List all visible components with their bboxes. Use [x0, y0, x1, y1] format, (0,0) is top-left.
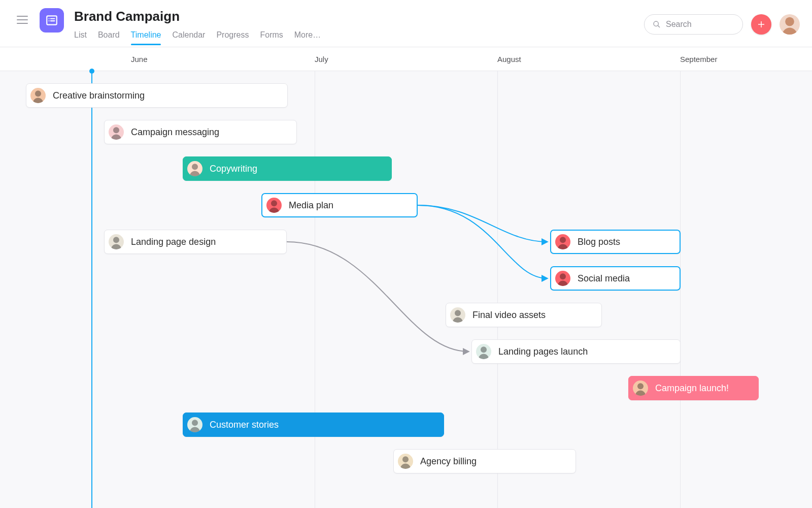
tab-board[interactable]: Board	[98, 30, 120, 45]
svg-point-13	[271, 200, 277, 206]
task-label: Landing page design	[131, 237, 216, 247]
project-tabs: List Board Timeline Calendar Progress Fo…	[74, 30, 321, 45]
task-bar[interactable]: Campaign messaging	[104, 120, 297, 144]
task-label: Customer stories	[210, 420, 279, 430]
assignee-avatar	[450, 307, 465, 323]
search-icon	[653, 20, 661, 28]
svg-point-10	[35, 90, 41, 97]
assignee-avatar	[109, 124, 124, 140]
task-label: Campaign launch!	[655, 383, 729, 394]
tab-calendar[interactable]: Calendar	[172, 30, 205, 45]
today-marker-line	[91, 71, 92, 508]
assignee-avatar	[555, 234, 570, 249]
task-bar[interactable]: Campaign launch!	[628, 376, 759, 400]
svg-point-5	[654, 21, 658, 26]
task-label: Blog posts	[578, 237, 620, 247]
tab-list[interactable]: List	[74, 30, 87, 45]
task-label: Creative brainstorming	[53, 90, 145, 101]
task-label: Agency billing	[420, 456, 477, 467]
list-icon	[45, 14, 58, 27]
task-bar[interactable]: Social media	[550, 266, 681, 291]
task-bar[interactable]: Copywriting	[183, 156, 392, 181]
task-bar[interactable]: Agency billing	[393, 449, 576, 473]
svg-point-18	[481, 346, 487, 353]
svg-point-21	[402, 456, 409, 462]
task-label: Landing pages launch	[498, 346, 588, 357]
search-placeholder: Search	[666, 20, 692, 29]
hamburger-icon	[17, 16, 28, 24]
assignee-avatar	[187, 161, 202, 176]
task-bar[interactable]: Media plan	[261, 193, 418, 217]
svg-point-14	[113, 237, 119, 243]
search-input[interactable]: Search	[644, 14, 743, 35]
month-label-september: September	[680, 55, 717, 64]
task-label: Final video assets	[472, 310, 546, 321]
task-bar[interactable]: Blog posts	[550, 230, 681, 254]
assignee-avatar	[187, 417, 202, 432]
task-bar[interactable]: Landing page design	[104, 230, 287, 254]
grid-line	[680, 71, 681, 508]
project-icon[interactable]	[40, 8, 64, 33]
person-icon	[780, 14, 800, 35]
svg-point-19	[637, 383, 644, 389]
menu-button[interactable]	[12, 10, 32, 30]
task-label: Social media	[578, 273, 630, 284]
task-bar[interactable]: Landing pages launch	[471, 339, 681, 364]
task-bar[interactable]: Final video assets	[446, 303, 602, 327]
grid-line	[315, 71, 315, 508]
month-label-july: July	[315, 55, 328, 64]
add-button[interactable]	[751, 14, 771, 35]
grid-line	[497, 71, 498, 508]
assignee-avatar	[109, 234, 124, 249]
task-bar[interactable]: Creative brainstorming	[26, 83, 288, 108]
timeline[interactable]: June July August September Creative brai…	[0, 47, 812, 508]
project-title: Brand Campaign	[74, 9, 321, 24]
assignee-avatar	[398, 454, 413, 469]
svg-line-6	[658, 25, 660, 27]
svg-point-16	[560, 273, 566, 279]
svg-point-17	[455, 310, 461, 316]
svg-point-20	[192, 420, 198, 426]
current-user-avatar[interactable]	[780, 14, 800, 35]
task-label: Campaign messaging	[131, 127, 219, 138]
assignee-avatar	[476, 344, 491, 359]
svg-point-12	[192, 164, 198, 170]
svg-point-9	[785, 17, 794, 26]
task-label: Media plan	[289, 200, 333, 211]
assignee-avatar	[555, 271, 570, 286]
task-label: Copywriting	[210, 164, 257, 174]
plus-icon	[757, 20, 766, 29]
svg-point-11	[113, 127, 119, 133]
task-bar[interactable]: Customer stories	[183, 412, 444, 437]
assignee-avatar	[633, 380, 648, 396]
month-label-june: June	[131, 55, 148, 64]
tab-more[interactable]: More…	[294, 30, 321, 45]
app-header: Brand Campaign List Board Timeline Calen…	[0, 0, 812, 47]
month-label-august: August	[497, 55, 521, 64]
svg-point-15	[560, 237, 566, 243]
tab-progress[interactable]: Progress	[216, 30, 249, 45]
assignee-avatar	[30, 88, 46, 103]
timeline-month-row: June July August September	[0, 47, 812, 71]
tab-timeline[interactable]: Timeline	[131, 30, 161, 45]
assignee-avatar	[266, 198, 282, 213]
tab-forms[interactable]: Forms	[260, 30, 283, 45]
